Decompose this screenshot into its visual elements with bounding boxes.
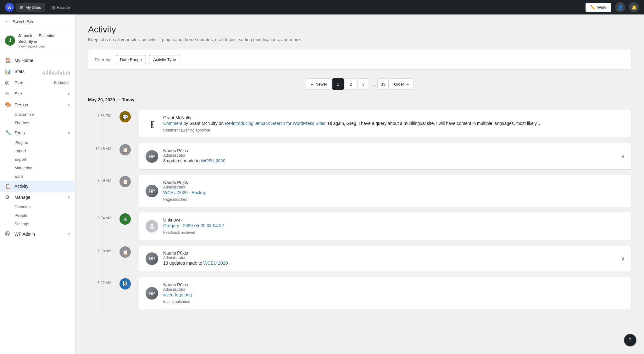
stats-mini-chart — [42, 68, 70, 75]
unknown-avatar — [146, 220, 158, 233]
sidebar-item-themes[interactable]: Themes — [0, 119, 75, 127]
activity-user-name: Nauris Pūķis — [163, 148, 616, 153]
sidebar-nav: 🏠 My Home 📊 Stats — [0, 52, 75, 242]
my-sites-nav[interactable]: ⊞ My Sites — [16, 3, 45, 12]
sidebar-item-people[interactable]: People — [0, 211, 75, 220]
activity-card: NP Nauris Pūķis Administrator WCEU 2020 … — [139, 175, 631, 207]
activity-details: Nauris Pūķis Administrator 13 updates ma… — [163, 250, 616, 267]
older-button[interactable]: Older → — [390, 78, 413, 90]
site-info-text: Jetpack — Essential Security & View jetp… — [18, 33, 70, 48]
sidebar-item-marketing[interactable]: Marketing — [0, 164, 75, 172]
activity-card: NP Nauris Pūķis Administrator wceu-logo.… — [139, 277, 631, 309]
activity-user-role: Administrator — [163, 185, 625, 189]
page-33-button[interactable]: 33 — [377, 78, 389, 90]
page-1-button[interactable]: 1 — [332, 78, 344, 90]
sidebar-item-my-home[interactable]: 🏠 My Home — [0, 55, 75, 66]
activity-description: Comment by Grant McNulty on Re-introduci… — [163, 120, 625, 127]
sidebar-item-settings[interactable]: Settings — [0, 220, 75, 228]
tools-icon: 🔧 — [5, 130, 11, 136]
activity-icon: 📋 — [5, 183, 11, 189]
user-avatar-icon[interactable]: 👤 — [615, 2, 625, 12]
sidebar-item-earn[interactable]: Earn — [0, 172, 75, 181]
sidebar-item-design[interactable]: 🎨 Design ∧ — [0, 99, 75, 110]
user-avatar: NP — [146, 252, 158, 265]
newer-button[interactable]: ← Newer — [306, 78, 331, 90]
write-button[interactable]: ✏️ Write — [586, 3, 611, 12]
page-title: Activity — [88, 25, 631, 35]
sidebar-item-wp-admin[interactable]: Ⓦ WP Admin ↗ — [0, 228, 75, 240]
site-info: J Jetpack — Essential Security & View je… — [0, 29, 75, 52]
comment-link[interactable]: Comment — [163, 121, 182, 126]
sidebar-item-plugins[interactable]: Plugins — [0, 138, 75, 147]
activity-card: [{ Grant McNulty Comment by Grant McNult… — [139, 110, 631, 138]
activity-description: Gregory - 2020-05-20 08:04:52 — [163, 222, 625, 229]
sidebar-item-import[interactable]: Import — [0, 147, 75, 155]
sidebar-item-manage[interactable]: ⚙ Manage ∧ — [0, 192, 75, 203]
tools-chevron-icon: ∧ — [67, 131, 70, 135]
image-link[interactable]: wceu-logo.png — [163, 292, 192, 297]
activity-details: Grant McNulty Comment by Grant McNulty o… — [163, 115, 625, 132]
filter-label: Filter by: — [95, 57, 112, 62]
switch-site-button[interactable]: ← Switch Site — [0, 14, 75, 29]
help-button[interactable]: ? — [624, 334, 636, 346]
pagination: ← Newer 1 2 3 ... 33 Older → — [88, 78, 631, 90]
activity-sub-text: Image uploaded — [163, 300, 625, 304]
wceu-link[interactable]: WCEU 2020 — [201, 158, 225, 163]
page-2-button[interactable]: 2 — [345, 78, 356, 90]
activity-user-name: Unknown — [163, 217, 625, 222]
sidebar-item-plan[interactable]: ◎ Plan Business — [0, 77, 75, 88]
activity-icon-col: ⊞ — [116, 210, 134, 243]
filter-bar: Filter by: Date Range Activity Type — [88, 50, 631, 70]
comment-brackets: [{ — [146, 120, 158, 128]
activity-user-role: Administrator — [163, 256, 616, 260]
activity-description: 8 updates made to WCEU 2020 — [163, 158, 616, 164]
wordpress-logo[interactable]: W — [5, 3, 14, 12]
wceu-backup-link[interactable]: WCEU 2020 - Backup — [163, 190, 206, 195]
activity-icon-col: 📋 — [116, 243, 134, 274]
activity-type-filter[interactable]: Activity Type — [149, 55, 180, 64]
activity-description: wceu-logo.png — [163, 292, 625, 298]
sidebar-item-domains[interactable]: Domains — [0, 203, 75, 211]
avatar-image: NP — [146, 185, 158, 197]
page-3-button[interactable]: 3 — [358, 78, 369, 90]
design-icon: 🎨 — [5, 102, 11, 108]
page-description: Keep tabs on all your site's activity — … — [88, 37, 631, 42]
sidebar-item-tools[interactable]: 🔧 Tools ∧ — [0, 127, 75, 138]
top-nav: W ⊞ My Sites ▤ Reader ✏️ Write 👤 🔔 — [0, 0, 644, 14]
sidebar-item-stats[interactable]: 📊 Stats — [0, 66, 75, 77]
activity-user-role: Administrator — [163, 153, 616, 158]
sidebar-item-export[interactable]: Export — [0, 155, 75, 164]
site-icon: ✏ — [5, 91, 11, 97]
post-link[interactable]: Re-introducing Jetpack Search for WordPr… — [225, 121, 325, 126]
external-link-icon: ↗ — [67, 232, 70, 236]
activity-user-name: Nauris Pūķis — [163, 282, 625, 287]
sidebar-item-customize[interactable]: Customize — [0, 110, 75, 119]
activity-icon-col: 📋 — [116, 172, 134, 210]
date-range-filter[interactable]: Date Range — [116, 55, 146, 64]
activity-details: Unknown Gregory - 2020-05-20 08:04:52 Fe… — [163, 217, 625, 235]
expand-button[interactable]: ∨ — [621, 255, 625, 262]
notifications-icon[interactable]: 🔔 — [629, 2, 639, 12]
sidebar-item-activity[interactable]: 📋 Activity — [0, 181, 75, 192]
write-icon: ✏️ — [590, 5, 595, 10]
activity-item: 7:30 AM 📋 NP Nauris Pūķis Administ — [88, 243, 631, 274]
image-activity-icon: 🖼 — [119, 278, 131, 289]
sidebar-item-site[interactable]: ✏ Site ∨ — [0, 88, 75, 99]
update-activity-icon: 📋 — [119, 144, 131, 155]
avatar-image: NP — [146, 150, 158, 163]
avatar-image: NP — [146, 252, 158, 265]
reader-nav[interactable]: ▤ Reader — [47, 3, 74, 12]
activity-details: Nauris Pūķis Administrator 8 updates mad… — [163, 148, 616, 164]
activity-details: Nauris Pūķis Administrator WCEU 2020 - B… — [163, 180, 625, 202]
activity-user-name: Grant McNulty — [163, 115, 625, 120]
top-nav-right: ✏️ Write 👤 🔔 — [586, 2, 639, 12]
activity-item: 6:02 AM 🖼 NP Nauris Pūķis Administ — [88, 274, 631, 312]
svg-point-0 — [151, 224, 153, 226]
user-avatar: NP — [146, 150, 158, 163]
manage-icon: ⚙ — [5, 194, 11, 200]
wceu2020-link[interactable]: WCEU 2020 — [203, 261, 228, 266]
design-chevron-icon: ∧ — [67, 103, 70, 107]
expand-button[interactable]: ∨ — [621, 153, 625, 160]
gregory-link[interactable]: Gregory - 2020-05-20 08:04:52 — [163, 223, 224, 228]
activity-user-role: Administrator — [163, 287, 625, 292]
